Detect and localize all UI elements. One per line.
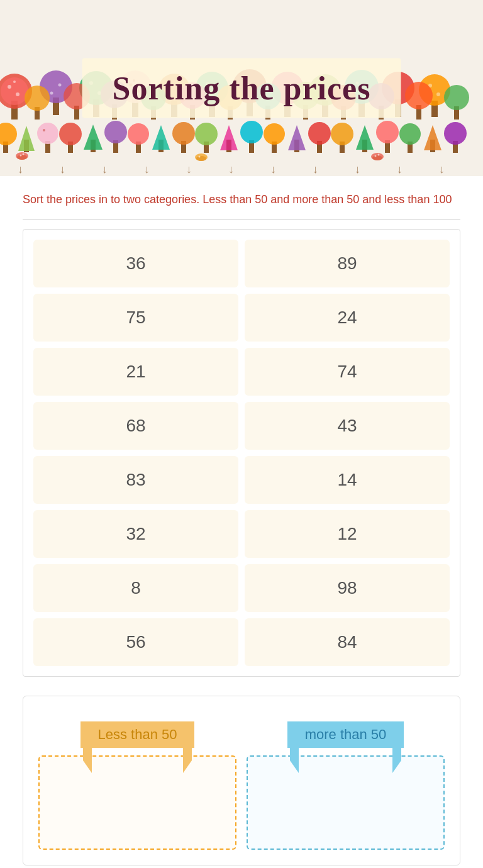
number-card-56[interactable]: 56 <box>33 618 238 666</box>
number-card-98[interactable]: 98 <box>245 564 450 612</box>
svg-text:↓: ↓ <box>313 163 318 175</box>
svg-text:↓: ↓ <box>270 163 276 175</box>
svg-point-5 <box>16 92 19 96</box>
svg-text:↓: ↓ <box>144 163 150 175</box>
number-card-84[interactable]: 84 <box>245 618 450 666</box>
more-than-50-label: more than 50 <box>287 721 404 748</box>
svg-point-97 <box>308 122 331 145</box>
number-card-21[interactable]: 21 <box>33 348 238 396</box>
number-card-24[interactable]: 24 <box>245 294 450 342</box>
number-card-43[interactable]: 43 <box>245 402 450 450</box>
svg-point-6 <box>13 81 16 83</box>
svg-point-109 <box>444 122 467 145</box>
svg-point-10 <box>58 84 62 87</box>
page-title: Sorting the prices <box>113 70 371 107</box>
svg-point-4 <box>8 85 11 89</box>
svg-point-113 <box>23 153 25 155</box>
page-header: ↓ ↓ ↓ ↓ ↓ ↓ ↓ ↓ ↓ ↓ ↓ Sorting the prices <box>0 0 483 176</box>
less-than-50-label: Less than 50 <box>80 721 195 748</box>
number-card-8[interactable]: 8 <box>33 564 238 612</box>
svg-text:↓: ↓ <box>228 163 234 175</box>
svg-point-42 <box>436 92 440 96</box>
svg-point-85 <box>172 122 195 145</box>
svg-point-99 <box>331 123 353 145</box>
svg-text:↓: ↓ <box>18 163 23 175</box>
svg-text:↓: ↓ <box>186 163 192 175</box>
divider <box>23 220 460 220</box>
svg-text:↓: ↓ <box>60 163 65 175</box>
svg-point-9 <box>50 92 53 95</box>
svg-point-73 <box>43 129 45 131</box>
number-card-32[interactable]: 32 <box>33 510 238 558</box>
svg-point-118 <box>371 153 384 160</box>
more-than-50-drop-zone[interactable] <box>247 755 445 850</box>
more-than-50-label-wrapper: more than 50 <box>242 721 450 748</box>
sort-section: Less than 50 more than 50 <box>23 696 460 865</box>
number-grid: 3689752421746843831432128985684 <box>33 240 450 666</box>
svg-text:↓: ↓ <box>397 163 402 175</box>
number-card-89[interactable]: 89 <box>245 240 450 287</box>
svg-point-111 <box>16 152 28 160</box>
svg-text:↓: ↓ <box>102 163 108 175</box>
less-than-50-label-wrapper: Less than 50 <box>33 721 242 748</box>
svg-text:↓: ↓ <box>439 163 445 175</box>
number-grid-container: 3689752421746843831432128985684 <box>23 229 460 677</box>
svg-point-81 <box>128 123 149 145</box>
svg-point-115 <box>195 153 208 161</box>
svg-point-64 <box>405 82 433 109</box>
svg-point-87 <box>195 123 218 145</box>
number-card-36[interactable]: 36 <box>33 240 238 287</box>
svg-point-75 <box>59 123 82 145</box>
number-card-68[interactable]: 68 <box>33 402 238 450</box>
svg-point-66 <box>444 85 469 110</box>
more-than-50-zone: more than 50 <box>242 709 450 850</box>
svg-point-44 <box>25 86 50 111</box>
number-card-83[interactable]: 83 <box>33 456 238 504</box>
svg-point-112 <box>20 155 22 157</box>
svg-point-91 <box>240 121 263 143</box>
title-banner: Sorting the prices <box>82 58 401 118</box>
svg-point-116 <box>199 156 201 158</box>
svg-point-72 <box>37 123 58 144</box>
svg-point-105 <box>399 123 421 145</box>
number-card-12[interactable]: 12 <box>245 510 450 558</box>
number-card-14[interactable]: 14 <box>245 456 450 504</box>
less-than-50-drop-zone[interactable] <box>38 755 236 850</box>
svg-point-103 <box>376 121 399 143</box>
svg-point-93 <box>264 123 285 145</box>
instructions-text: Sort the prices in to two categories. Le… <box>23 191 460 208</box>
number-card-75[interactable]: 75 <box>33 294 238 342</box>
svg-point-120 <box>378 154 380 156</box>
svg-text:↓: ↓ <box>355 163 360 175</box>
sort-zones: Less than 50 more than 50 <box>33 709 450 850</box>
number-card-74[interactable]: 74 <box>245 348 450 396</box>
main-content: Sort the prices in to two categories. Le… <box>0 176 483 868</box>
svg-point-119 <box>375 155 377 157</box>
less-than-50-zone: Less than 50 <box>33 709 242 850</box>
svg-point-79 <box>104 121 127 143</box>
